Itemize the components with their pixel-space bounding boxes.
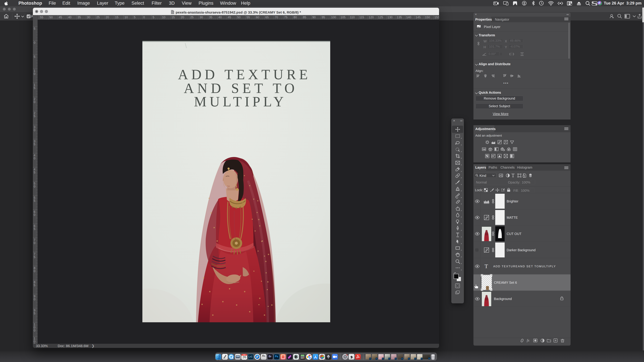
svg-text:fx: fx: [527, 338, 530, 343]
